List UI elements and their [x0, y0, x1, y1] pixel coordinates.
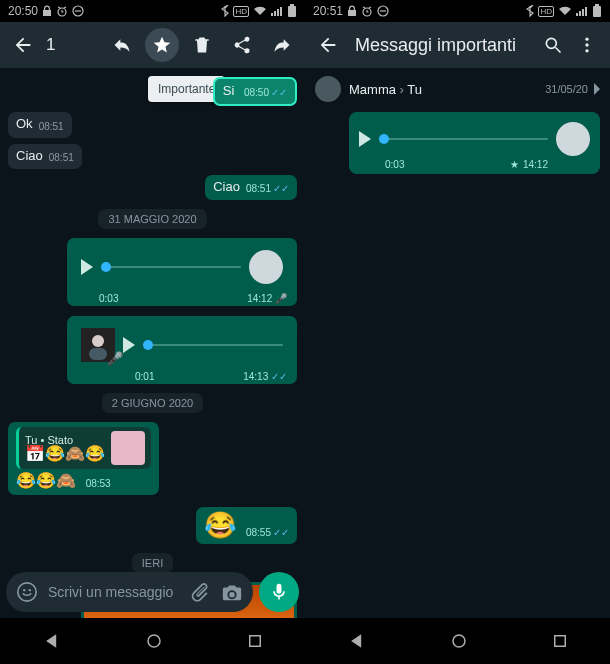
star-icon: ★ [510, 159, 519, 170]
status-thumbnail [111, 431, 145, 465]
signal-icon [271, 6, 283, 16]
nav-recents-button[interactable] [551, 632, 569, 650]
play-icon[interactable] [123, 337, 135, 353]
bluetooth-icon [526, 5, 534, 17]
mic-button[interactable] [259, 572, 299, 612]
starred-item-header[interactable]: Mamma › Tu 31/05/20 [305, 68, 610, 110]
svg-point-21 [585, 43, 588, 46]
selection-app-bar: 1 [0, 22, 305, 68]
svg-point-23 [453, 635, 465, 647]
nav-back-button[interactable] [42, 631, 62, 651]
status-time: 20:50 [8, 4, 38, 18]
emoji-picker-icon[interactable] [16, 581, 38, 603]
mic-icon: 🎤 [107, 352, 123, 366]
star-button[interactable] [145, 28, 179, 62]
svg-point-10 [29, 589, 31, 591]
svg-rect-17 [595, 4, 599, 6]
read-ticks-icon: ✓✓ [273, 527, 289, 538]
voice-message-out-2[interactable]: 🎤 0:01 14:13 ✓✓ [67, 316, 297, 384]
battery-icon [287, 4, 297, 18]
input-placeholder: Scrivi un messaggio [48, 584, 173, 600]
svg-point-8 [18, 583, 36, 601]
page-title: Messaggi importanti [355, 35, 516, 56]
search-button[interactable] [536, 28, 570, 62]
nav-home-button[interactable] [145, 632, 163, 650]
starred-voice-message[interactable]: 0:03 ★ 14:12 [349, 112, 600, 174]
wifi-icon [253, 6, 267, 16]
avatar [315, 76, 341, 102]
svg-rect-3 [288, 6, 296, 17]
android-nav-bar [305, 618, 610, 664]
bluetooth-icon [221, 5, 229, 17]
status-reply-message[interactable]: Tu • Stato 📅😂🙈😂 😂😂🙈 08:53 [8, 422, 159, 495]
camera-icon[interactable] [221, 581, 243, 603]
msg-out-emoji[interactable]: 😂 08:55✓✓ [196, 507, 297, 544]
svg-point-18 [546, 38, 556, 48]
attach-icon[interactable] [189, 581, 211, 603]
status-bar: 20:50 HD [0, 0, 305, 22]
svg-line-19 [556, 48, 561, 53]
msg-in-ciao[interactable]: Ciao08:51 [8, 144, 82, 169]
avatar [556, 122, 590, 156]
svg-rect-24 [554, 636, 565, 647]
back-button[interactable] [6, 28, 40, 62]
starred-app-bar: Messaggi importanti [305, 22, 610, 68]
android-nav-bar [0, 618, 305, 664]
wifi-icon [558, 6, 572, 16]
lock-icon [347, 5, 357, 17]
svg-point-9 [23, 589, 25, 591]
status-bar: 20:51 HD [305, 0, 610, 22]
dnd-icon [377, 5, 389, 17]
msg-out-ciao[interactable]: Ciao08:51✓✓ [205, 175, 297, 200]
svg-point-22 [585, 49, 588, 52]
volte-icon: HD [233, 6, 249, 17]
nav-back-button[interactable] [347, 631, 367, 651]
mic-heard-icon: 🎤 [275, 293, 287, 304]
status-time: 20:51 [313, 4, 343, 18]
read-ticks-icon: ✓✓ [273, 183, 289, 194]
signal-icon [576, 6, 588, 16]
forward-button[interactable] [265, 28, 299, 62]
read-ticks-icon: ✓✓ [271, 371, 287, 382]
play-icon[interactable] [359, 131, 371, 147]
chevron-right-icon [592, 83, 600, 95]
message-input[interactable]: Scrivi un messaggio [6, 572, 253, 612]
overflow-menu-button[interactable] [570, 28, 604, 62]
starred-list: Mamma › Tu 31/05/20 0:03 ★ 14:12 [305, 68, 610, 664]
play-icon[interactable] [81, 259, 93, 275]
read-ticks-icon: ✓✓ [271, 87, 287, 98]
svg-point-11 [148, 635, 160, 647]
reply-button[interactable] [105, 28, 139, 62]
svg-point-6 [92, 335, 104, 347]
svg-rect-16 [593, 6, 601, 17]
voice-message-out-1[interactable]: 0:03 14:12 🎤 [67, 238, 297, 306]
dnd-icon [72, 5, 84, 17]
lock-icon [42, 5, 52, 17]
svg-rect-4 [290, 4, 294, 6]
msg-in-ok[interactable]: Ok08:51 [8, 112, 72, 137]
alarm-icon [56, 5, 68, 17]
delete-button[interactable] [185, 28, 219, 62]
nav-recents-button[interactable] [246, 632, 264, 650]
svg-rect-7 [89, 348, 107, 360]
alarm-icon [361, 5, 373, 17]
svg-rect-12 [249, 636, 260, 647]
volte-icon: HD [538, 6, 554, 17]
svg-point-20 [585, 38, 588, 41]
message-input-bar: Scrivi un messaggio [0, 566, 305, 618]
msg-out-si[interactable]: Si 08:50✓✓ [213, 77, 297, 106]
nav-home-button[interactable] [450, 632, 468, 650]
back-button[interactable] [311, 28, 345, 62]
selection-count: 1 [46, 35, 55, 55]
avatar [249, 250, 283, 284]
battery-icon [592, 4, 602, 18]
share-button[interactable] [225, 28, 259, 62]
chat-area: Importante Si 08:50✓✓ Ok08:51 Ciao08:51 … [0, 68, 305, 618]
